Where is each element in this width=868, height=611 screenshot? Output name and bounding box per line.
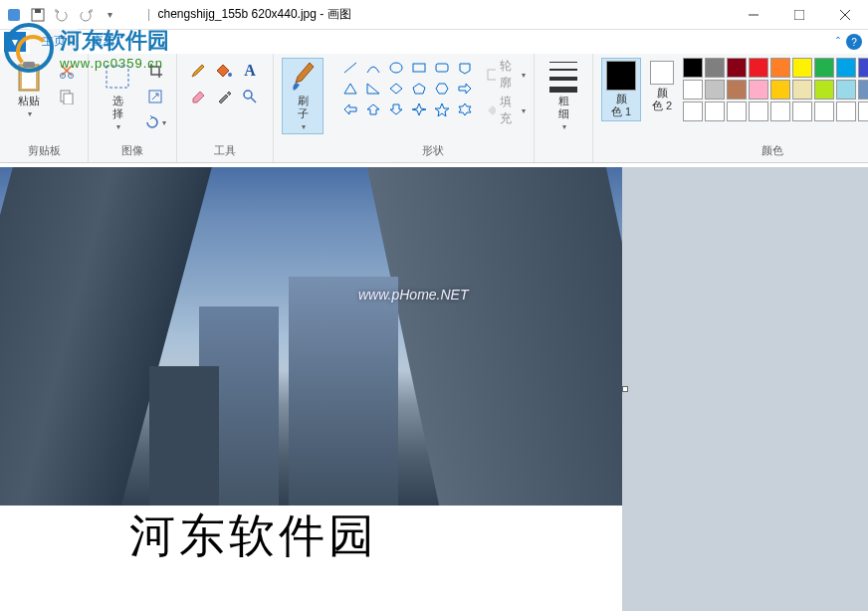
group-label-shapes: 形状 (422, 141, 444, 160)
shape-triangle[interactable] (339, 79, 361, 99)
svg-rect-21 (413, 64, 425, 72)
chevron-down-icon: ▾ (116, 122, 120, 131)
palette-color[interactable] (836, 102, 856, 121)
color2-swatch (650, 61, 674, 85)
fill-option[interactable]: 填充▾ (486, 94, 526, 127)
palette-color[interactable] (727, 58, 747, 78)
shape-pentagon[interactable] (408, 79, 430, 99)
svg-rect-13 (64, 94, 73, 104)
palette-color[interactable] (705, 58, 725, 78)
fill-icon[interactable] (213, 60, 235, 82)
shapes-gallery[interactable] (339, 58, 476, 119)
thickness-button[interactable]: 粗 细 ▾ (542, 58, 584, 134)
palette-color[interactable] (705, 80, 725, 100)
palette-color[interactable] (683, 102, 703, 121)
shape-polygon[interactable] (454, 58, 476, 78)
shape-oval[interactable] (385, 58, 407, 78)
shape-arrow-left[interactable] (339, 100, 361, 119)
svg-line-19 (344, 63, 356, 73)
palette-color[interactable] (705, 102, 725, 121)
palette-color[interactable] (727, 102, 747, 121)
palette-color[interactable] (814, 102, 834, 121)
color1-button[interactable]: 颜 色 1 (601, 58, 641, 121)
watermark-logo: 河东软件园 www.pc0359.cn (0, 18, 199, 78)
svg-point-16 (228, 73, 232, 77)
palette-color[interactable] (749, 102, 768, 121)
outline-option[interactable]: 轮廓▾ (486, 58, 526, 92)
help-icon[interactable]: ? (846, 34, 862, 50)
shape-curve[interactable] (362, 58, 384, 78)
shape-star5[interactable] (431, 100, 453, 119)
shape-rect[interactable] (408, 58, 430, 78)
palette-color[interactable] (770, 80, 790, 100)
window-title: | chengshijg_155b 620x440.jpg - 画图 (123, 6, 731, 23)
group-label-tools: 工具 (214, 141, 236, 160)
magnifier-icon[interactable] (239, 86, 261, 107)
palette-color[interactable] (770, 58, 790, 78)
shape-diamond[interactable] (385, 79, 407, 99)
canvas[interactable]: www.pHome.NET 河东软件园 (0, 167, 622, 611)
svg-rect-2 (35, 9, 41, 13)
copy-icon[interactable] (56, 86, 78, 107)
thickness-icon (547, 61, 579, 93)
shape-roundrect[interactable] (431, 58, 453, 78)
group-brushes: 刷 子 ▾ (274, 54, 331, 162)
rotate-icon[interactable]: ▾ (144, 111, 166, 133)
palette-color[interactable] (727, 80, 747, 100)
close-button[interactable] (822, 0, 868, 30)
palette-color[interactable] (858, 80, 868, 100)
chevron-down-icon: ▾ (28, 109, 32, 118)
palette-color[interactable] (792, 58, 812, 78)
thickness-label: 粗 细 (558, 95, 569, 120)
group-colors: 颜 色 1 颜 色 2 编辑 颜色 颜色 (593, 54, 868, 162)
palette-color[interactable] (792, 102, 812, 121)
select-label: 选 择 (112, 95, 123, 120)
logo-icon (4, 23, 54, 73)
maximize-button[interactable] (776, 0, 822, 30)
color1-swatch (606, 61, 636, 91)
logo-text-cn: 河东软件园 (60, 26, 169, 56)
palette-color[interactable] (770, 102, 790, 121)
palette-color[interactable] (683, 58, 703, 78)
minimize-button[interactable] (731, 0, 776, 30)
group-label-stroke (561, 144, 564, 160)
shape-line[interactable] (339, 58, 361, 78)
shape-right-triangle[interactable] (362, 79, 384, 99)
color2-button[interactable]: 颜 色 2 (645, 58, 679, 115)
chevron-down-icon: ▾ (302, 122, 306, 131)
group-label-image: 图像 (121, 141, 143, 160)
image-content: www.pHome.NET (0, 167, 622, 506)
text-icon[interactable]: A (239, 60, 261, 82)
palette-color[interactable] (792, 80, 812, 100)
chevron-down-icon: ▾ (562, 122, 566, 131)
brush-button[interactable]: 刷 子 ▾ (282, 58, 324, 134)
svg-rect-23 (488, 70, 496, 80)
collapse-ribbon-icon[interactable]: ˆ (836, 36, 840, 50)
resize-handle-right[interactable] (622, 386, 628, 392)
shape-arrow-right[interactable] (454, 79, 476, 99)
resize-icon[interactable] (144, 86, 166, 107)
palette-color[interactable] (858, 102, 868, 121)
shape-arrow-up[interactable] (362, 100, 384, 119)
shape-arrow-down[interactable] (385, 100, 407, 119)
group-label-clipboard: 剪贴板 (28, 141, 61, 160)
palette-color[interactable] (814, 58, 834, 78)
palette-color[interactable] (836, 58, 856, 78)
palette-color[interactable] (858, 58, 868, 78)
shape-hexagon[interactable] (431, 79, 453, 99)
palette-color[interactable] (683, 80, 703, 100)
palette-color[interactable] (749, 80, 768, 100)
color-palette (683, 58, 868, 121)
shape-star6[interactable] (454, 100, 476, 119)
banner-text: 河东软件园 (129, 506, 378, 567)
eraser-icon[interactable] (187, 86, 209, 107)
palette-color[interactable] (749, 58, 768, 78)
svg-point-20 (390, 63, 402, 73)
shape-star4[interactable] (408, 100, 430, 119)
canvas-area[interactable]: www.pHome.NET 河东软件园 (0, 167, 868, 611)
paste-label: 粘贴 (18, 95, 40, 107)
palette-color[interactable] (814, 80, 834, 100)
palette-color[interactable] (836, 80, 856, 100)
color2-label: 颜 色 2 (652, 87, 672, 112)
eyedropper-icon[interactable] (213, 86, 235, 107)
